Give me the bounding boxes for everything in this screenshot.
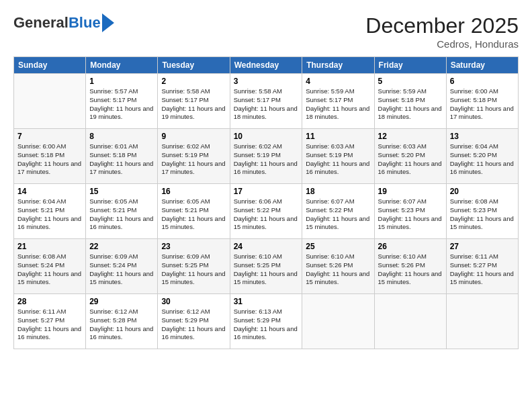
day-number: 22 [89,242,154,251]
location: Cedros, Honduras [365,38,519,50]
day-number: 11 [306,132,370,141]
day-info: Sunrise: 5:59 AM Sunset: 5:18 PM Dayligh… [378,87,443,122]
calendar-row: 28Sunrise: 6:11 AM Sunset: 5:27 PM Dayli… [14,294,519,349]
col-thursday: Thursday [302,57,374,74]
calendar-cell: 14Sunrise: 6:04 AM Sunset: 5:21 PM Dayli… [14,184,86,239]
day-info: Sunrise: 6:10 AM Sunset: 5:25 PM Dayligh… [234,253,299,287]
svg-marker-0 [102,13,114,32]
logo-general-text: General [13,14,69,31]
title-area: December 2025 Cedros, Honduras [365,13,519,50]
day-info: Sunrise: 6:04 AM Sunset: 5:21 PM Dayligh… [17,197,82,232]
calendar-cell: 17Sunrise: 6:06 AM Sunset: 5:22 PM Dayli… [230,184,302,239]
day-number: 18 [306,187,370,196]
logo-icon [102,13,114,32]
calendar-cell: 7Sunrise: 6:00 AM Sunset: 5:18 PM Daylig… [14,129,86,184]
day-info: Sunrise: 6:06 AM Sunset: 5:22 PM Dayligh… [234,197,299,232]
day-number: 13 [450,132,515,141]
day-number: 16 [161,187,226,196]
calendar-cell: 19Sunrise: 6:07 AM Sunset: 5:23 PM Dayli… [374,184,446,239]
day-info: Sunrise: 6:09 AM Sunset: 5:24 PM Dayligh… [89,253,154,287]
calendar-cell: 20Sunrise: 6:08 AM Sunset: 5:23 PM Dayli… [446,184,518,239]
day-number: 8 [89,132,154,141]
calendar-cell: 21Sunrise: 6:08 AM Sunset: 5:24 PM Dayli… [14,239,86,294]
calendar-cell: 3Sunrise: 5:58 AM Sunset: 5:17 PM Daylig… [230,74,302,129]
calendar-row: 14Sunrise: 6:04 AM Sunset: 5:21 PM Dayli… [14,184,519,239]
col-sunday: Sunday [14,57,86,74]
calendar-cell [14,74,86,129]
calendar-cell [446,294,518,349]
day-number: 10 [234,132,299,141]
calendar-row: 21Sunrise: 6:08 AM Sunset: 5:24 PM Dayli… [14,239,519,294]
day-info: Sunrise: 6:02 AM Sunset: 5:19 PM Dayligh… [234,142,299,177]
day-number: 21 [17,242,82,251]
day-info: Sunrise: 6:12 AM Sunset: 5:28 PM Dayligh… [89,308,154,342]
day-number: 26 [378,242,443,251]
calendar-cell: 8Sunrise: 6:01 AM Sunset: 5:18 PM Daylig… [86,129,158,184]
col-wednesday: Wednesday [230,57,302,74]
day-number: 6 [450,77,515,86]
calendar-cell [302,294,374,349]
day-info: Sunrise: 6:12 AM Sunset: 5:29 PM Dayligh… [161,308,226,342]
day-number: 7 [17,132,82,141]
day-number: 14 [17,187,82,196]
calendar-cell: 11Sunrise: 6:03 AM Sunset: 5:19 PM Dayli… [302,129,374,184]
day-info: Sunrise: 6:13 AM Sunset: 5:29 PM Dayligh… [234,308,299,342]
day-number: 23 [161,242,226,251]
day-info: Sunrise: 5:58 AM Sunset: 5:17 PM Dayligh… [161,87,226,122]
calendar-cell: 16Sunrise: 6:05 AM Sunset: 5:21 PM Dayli… [158,184,230,239]
month-year: December 2025 [365,13,519,38]
day-info: Sunrise: 6:10 AM Sunset: 5:26 PM Dayligh… [378,253,443,287]
header: GeneralBlue December 2025 Cedros, Hondur… [13,13,519,50]
day-info: Sunrise: 6:02 AM Sunset: 5:19 PM Dayligh… [161,142,226,177]
day-number: 17 [234,187,299,196]
calendar-cell: 15Sunrise: 6:05 AM Sunset: 5:21 PM Dayli… [86,184,158,239]
day-number: 5 [378,77,443,86]
day-info: Sunrise: 6:08 AM Sunset: 5:23 PM Dayligh… [450,197,515,232]
calendar-cell: 9Sunrise: 6:02 AM Sunset: 5:19 PM Daylig… [158,129,230,184]
calendar-cell: 22Sunrise: 6:09 AM Sunset: 5:24 PM Dayli… [86,239,158,294]
day-number: 30 [161,297,226,306]
day-info: Sunrise: 6:04 AM Sunset: 5:20 PM Dayligh… [450,142,515,177]
col-friday: Friday [374,57,446,74]
day-info: Sunrise: 6:07 AM Sunset: 5:23 PM Dayligh… [378,197,443,232]
day-info: Sunrise: 6:01 AM Sunset: 5:18 PM Dayligh… [89,142,154,177]
calendar-cell: 12Sunrise: 6:03 AM Sunset: 5:20 PM Dayli… [374,129,446,184]
calendar-row: 7Sunrise: 6:00 AM Sunset: 5:18 PM Daylig… [14,129,519,184]
day-number: 24 [234,242,299,251]
calendar-cell: 24Sunrise: 6:10 AM Sunset: 5:25 PM Dayli… [230,239,302,294]
day-info: Sunrise: 6:10 AM Sunset: 5:26 PM Dayligh… [306,253,370,287]
day-number: 25 [306,242,370,251]
day-number: 3 [234,77,299,86]
calendar-cell: 2Sunrise: 5:58 AM Sunset: 5:17 PM Daylig… [158,74,230,129]
calendar-cell: 29Sunrise: 6:12 AM Sunset: 5:28 PM Dayli… [86,294,158,349]
day-info: Sunrise: 6:07 AM Sunset: 5:22 PM Dayligh… [306,197,370,232]
calendar-cell: 30Sunrise: 6:12 AM Sunset: 5:29 PM Dayli… [158,294,230,349]
day-info: Sunrise: 6:11 AM Sunset: 5:27 PM Dayligh… [17,308,82,342]
col-saturday: Saturday [446,57,518,74]
day-info: Sunrise: 6:00 AM Sunset: 5:18 PM Dayligh… [450,87,515,122]
calendar-header-row: Sunday Monday Tuesday Wednesday Thursday… [14,57,519,74]
col-monday: Monday [86,57,158,74]
calendar-cell: 6Sunrise: 6:00 AM Sunset: 5:18 PM Daylig… [446,74,518,129]
day-info: Sunrise: 5:58 AM Sunset: 5:17 PM Dayligh… [234,87,299,122]
day-number: 12 [378,132,443,141]
calendar-cell: 26Sunrise: 6:10 AM Sunset: 5:26 PM Dayli… [374,239,446,294]
day-info: Sunrise: 5:59 AM Sunset: 5:17 PM Dayligh… [306,87,370,122]
day-number: 31 [234,297,299,306]
calendar-cell: 1Sunrise: 5:57 AM Sunset: 5:17 PM Daylig… [86,74,158,129]
day-info: Sunrise: 6:11 AM Sunset: 5:27 PM Dayligh… [450,253,515,287]
calendar-cell: 10Sunrise: 6:02 AM Sunset: 5:19 PM Dayli… [230,129,302,184]
day-number: 2 [161,77,226,86]
calendar-cell: 23Sunrise: 6:09 AM Sunset: 5:25 PM Dayli… [158,239,230,294]
logo-blue-text: Blue [69,14,101,31]
day-number: 19 [378,187,443,196]
day-info: Sunrise: 6:00 AM Sunset: 5:18 PM Dayligh… [17,142,82,177]
day-info: Sunrise: 6:09 AM Sunset: 5:25 PM Dayligh… [161,253,226,287]
calendar-cell: 4Sunrise: 5:59 AM Sunset: 5:17 PM Daylig… [302,74,374,129]
calendar-cell: 28Sunrise: 6:11 AM Sunset: 5:27 PM Dayli… [14,294,86,349]
calendar-cell: 25Sunrise: 6:10 AM Sunset: 5:26 PM Dayli… [302,239,374,294]
col-tuesday: Tuesday [158,57,230,74]
day-number: 27 [450,242,515,251]
calendar-row: 1Sunrise: 5:57 AM Sunset: 5:17 PM Daylig… [14,74,519,129]
calendar-table: Sunday Monday Tuesday Wednesday Thursday… [13,56,519,349]
